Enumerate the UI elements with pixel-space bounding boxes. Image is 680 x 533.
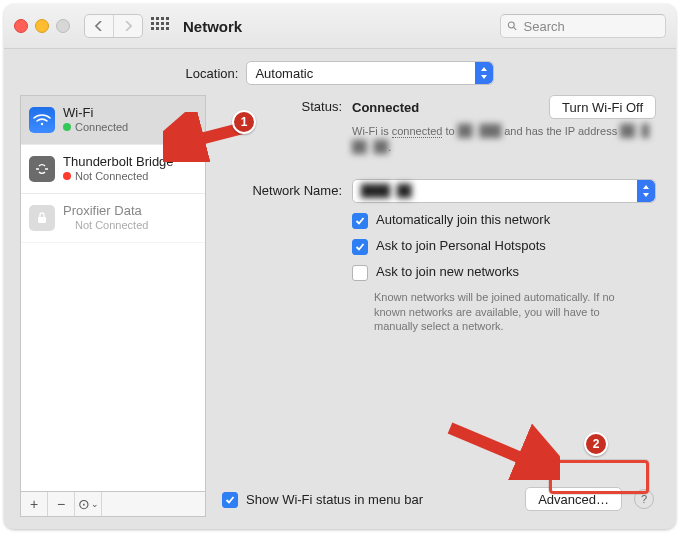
sidebar-item-label: Proxifier Data (63, 204, 148, 219)
auto-join-checkbox[interactable] (352, 213, 368, 229)
redacted-network-name: ████ ██ (361, 184, 412, 198)
status-dot-green-icon (63, 123, 71, 131)
svg-rect-10 (161, 27, 164, 30)
sidebar-item-wifi[interactable]: Wi-Fi Connected (21, 96, 205, 145)
sidebar-item-proxifier[interactable]: Proxifier Data Not Connected (21, 194, 205, 243)
redacted-ssid: ██ ███ (458, 124, 501, 138)
search-field[interactable] (500, 14, 666, 38)
svg-rect-0 (151, 17, 154, 20)
window: Network Location: Automatic (4, 4, 676, 529)
svg-rect-5 (156, 22, 159, 25)
popup-arrows-icon (475, 62, 493, 84)
svg-rect-15 (38, 217, 46, 223)
svg-line-13 (514, 27, 517, 30)
svg-rect-4 (151, 22, 154, 25)
location-popup[interactable]: Automatic (246, 61, 494, 85)
sidebar: Wi-Fi Connected Thunderbolt Bridge Not C… (20, 95, 206, 517)
wifi-icon (29, 107, 55, 133)
ask-hotspots-label: Ask to join Personal Hotspots (376, 238, 546, 253)
svg-rect-8 (151, 27, 154, 30)
add-interface-button[interactable]: + (21, 492, 48, 516)
svg-rect-2 (161, 17, 164, 20)
help-button[interactable]: ? (634, 489, 654, 509)
popup-arrows-icon (637, 180, 655, 202)
main-area: Wi-Fi Connected Thunderbolt Bridge Not C… (4, 95, 676, 529)
location-label: Location: (186, 66, 239, 81)
location-value: Automatic (255, 66, 313, 81)
status-value: Connected (352, 100, 419, 115)
toolbar: Network (4, 4, 676, 49)
network-name-label: Network Name: (220, 179, 352, 198)
network-name-popup[interactable]: ████ ██ (352, 179, 656, 203)
search-input[interactable] (522, 18, 659, 35)
ask-new-checkbox[interactable] (352, 265, 368, 281)
sidebar-item-thunderbolt[interactable]: Thunderbolt Bridge Not Connected (21, 145, 205, 194)
ask-new-label: Ask to join new networks (376, 264, 519, 279)
body: Location: Automatic Wi-Fi Con (4, 49, 676, 529)
ask-new-help: Known networks will be joined automatica… (374, 290, 644, 333)
search-icon (507, 20, 518, 32)
remove-interface-button[interactable]: − (48, 492, 75, 516)
status-dot-red-icon (63, 172, 71, 180)
thunderbolt-icon (29, 156, 55, 182)
show-all-button[interactable] (151, 17, 169, 35)
show-menubar-label: Show Wi-Fi status in menu bar (246, 492, 423, 507)
show-menubar-checkbox[interactable] (222, 492, 238, 508)
svg-point-12 (508, 22, 514, 28)
detail-pane: Status: Connected Turn Wi-Fi Off Wi-Fi i… (220, 95, 660, 517)
forward-button[interactable] (114, 15, 142, 37)
status-subtext: Wi-Fi is connected to ██ ███ and has the… (352, 123, 656, 155)
sidebar-list: Wi-Fi Connected Thunderbolt Bridge Not C… (20, 95, 206, 491)
svg-point-14 (41, 123, 43, 125)
svg-rect-3 (166, 17, 169, 20)
svg-rect-7 (166, 22, 169, 25)
advanced-button[interactable]: Advanced… (525, 487, 622, 511)
sidebar-item-label: Thunderbolt Bridge (63, 155, 174, 170)
minimize-icon[interactable] (35, 19, 49, 33)
status-label: Status: (220, 95, 352, 114)
svg-rect-6 (161, 22, 164, 25)
traffic-lights (14, 19, 70, 33)
turn-wifi-off-button[interactable]: Turn Wi-Fi Off (549, 95, 656, 119)
svg-rect-11 (166, 27, 169, 30)
actions-menu-button[interactable]: ⊙⌄ (75, 492, 102, 516)
location-row: Location: Automatic (4, 49, 676, 95)
auto-join-label: Automatically join this network (376, 212, 550, 227)
close-icon[interactable] (14, 19, 28, 33)
lock-icon (29, 205, 55, 231)
back-button[interactable] (85, 15, 114, 37)
nav-controls (84, 14, 143, 38)
window-title: Network (183, 18, 242, 35)
svg-rect-1 (156, 17, 159, 20)
sidebar-item-label: Wi-Fi (63, 106, 128, 121)
sidebar-tools: + − ⊙⌄ (20, 491, 206, 517)
svg-rect-9 (156, 27, 159, 30)
zoom-icon[interactable] (56, 19, 70, 33)
footer-row: Show Wi-Fi status in menu bar Advanced… … (220, 481, 656, 517)
ask-hotspots-checkbox[interactable] (352, 239, 368, 255)
